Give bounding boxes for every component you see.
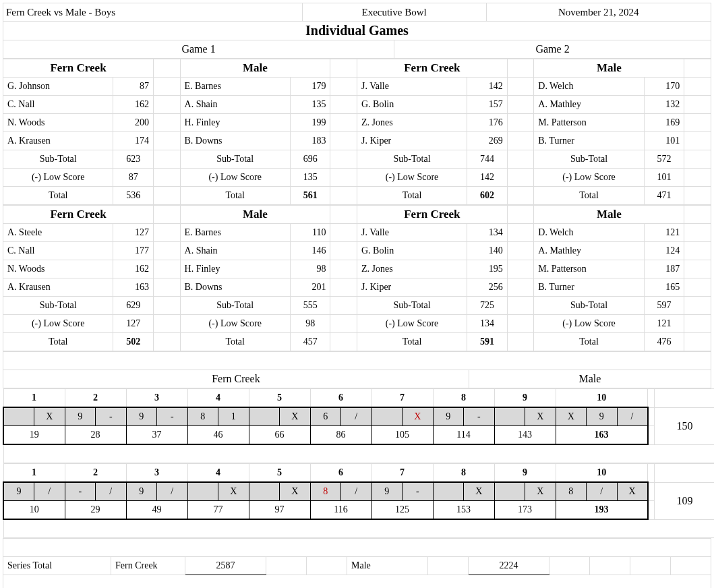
frame-num: 4	[187, 464, 249, 483]
player-score: 162	[113, 260, 154, 278]
lowscore-val: 98	[290, 315, 330, 333]
subtotal-label: Sub-Total	[3, 297, 113, 315]
frame-num: 3	[126, 389, 187, 408]
cum-score: 173	[494, 501, 556, 520]
player-name: C. Nall	[3, 242, 113, 260]
player-score: 121	[644, 224, 684, 242]
ball-cell: -	[65, 482, 96, 501]
player-row: C. Nall177A. Shain146G. Bolin140A. Mathl…	[3, 242, 711, 260]
series-total-row: Series Total Fern Creek 2587 Male 2224	[3, 557, 711, 575]
section-title: Individual Games	[3, 22, 711, 40]
scoresheet: Fern Creek vs Male - Boys Executive Bowl…	[3, 3, 711, 59]
frame-num: 6	[310, 464, 371, 483]
team-header: Fern Creek	[357, 59, 507, 78]
frame-num: 8	[433, 389, 494, 408]
player-score: 162	[113, 96, 154, 114]
cum-score: 10	[3, 501, 65, 520]
player-name: B. Turner	[534, 132, 645, 150]
cum-score: 125	[371, 501, 433, 520]
cum-score: 114	[433, 426, 494, 445]
player-name: A. Mathley	[534, 96, 645, 114]
total-label: Total	[180, 333, 290, 351]
team-header: Fern Creek	[357, 206, 507, 224]
player-name: A. Steele	[3, 224, 113, 242]
player-score: 101	[644, 132, 684, 150]
date: November 21, 2024	[486, 3, 711, 22]
cum-score: 66	[249, 426, 310, 445]
player-score: 165	[644, 278, 684, 297]
subtotal-val: 744	[467, 150, 508, 169]
lowscore-label: (-) Low Score	[357, 169, 467, 187]
ball-cell: 8	[310, 482, 341, 501]
player-row: A. Krausen174B. Downs183J. Kiper269B. Tu…	[3, 132, 711, 150]
block-0: Fern CreekMaleFern CreekMaleG. Johnson87…	[3, 59, 711, 205]
ball-cell: X	[34, 407, 65, 426]
ball-cell	[3, 407, 34, 426]
series-total-label: Series Total	[3, 557, 111, 575]
player-name: G. Johnson	[3, 78, 113, 96]
cum-score: 97	[249, 501, 310, 520]
venue: Executive Bowl	[302, 3, 486, 22]
lowscore-val: 135	[290, 169, 330, 187]
player-row: A. Steele127E. Barnes110J. Valle134D. We…	[3, 224, 711, 242]
frame-num: 10	[556, 389, 648, 408]
player-name: B. Downs	[180, 278, 290, 297]
frame-num: 5	[249, 389, 310, 408]
player-name: J. Valle	[357, 78, 467, 96]
total-val: 471	[644, 187, 684, 205]
ball-cell: /	[34, 482, 65, 501]
ball-cell: 9	[3, 482, 34, 501]
series-fc-val: 2587	[185, 557, 266, 575]
total-val: 457	[290, 333, 330, 351]
player-score: 163	[113, 278, 154, 297]
player-score: 87	[113, 78, 154, 96]
ball-cell: -	[464, 407, 495, 426]
cum-score: 28	[65, 426, 126, 445]
player-name: A. Shain	[180, 96, 290, 114]
player-name: J. Kiper	[357, 132, 467, 150]
header-row: Fern Creek vs Male - Boys Executive Bowl…	[3, 3, 711, 22]
lowscore-val: 121	[644, 315, 684, 333]
ball-cell: 9	[433, 407, 464, 426]
ball-cell: 9	[371, 482, 403, 501]
ball-cell: /	[341, 407, 372, 426]
cum-score: 29	[65, 501, 126, 520]
team-header: Male	[180, 59, 330, 78]
ball-cell: 9	[126, 407, 157, 426]
subtotal-label: Sub-Total	[3, 150, 113, 169]
player-score: 176	[467, 114, 508, 132]
frame-num: 4	[187, 389, 249, 408]
total-label: Total	[357, 333, 467, 351]
subtotal-val: 696	[290, 150, 330, 169]
player-score: 177	[113, 242, 154, 260]
player-score: 142	[467, 78, 508, 96]
subtotal-val: 629	[113, 297, 154, 315]
player-score: 134	[467, 224, 508, 242]
player-name: N. Woods	[3, 114, 113, 132]
player-name: M. Patterson	[534, 114, 645, 132]
player-score: 201	[290, 278, 330, 297]
player-score: 170	[644, 78, 684, 96]
player-name: Z. Jones	[357, 260, 467, 278]
lowscore-label: (-) Low Score	[534, 315, 645, 333]
subtotal-label: Sub-Total	[357, 297, 467, 315]
ball-cell: /	[157, 482, 188, 501]
ball-cell	[494, 407, 525, 426]
frame-num: 1	[3, 389, 65, 408]
baker-line-1: 123456789109/-/9/XX8/9-XX8/X109102949779…	[3, 463, 714, 538]
player-name: H. Finley	[180, 114, 290, 132]
total-val: 502	[113, 333, 154, 351]
ball-cell: X	[218, 482, 249, 501]
player-name: H. Finley	[180, 260, 290, 278]
total-label: Total	[534, 333, 645, 351]
player-score: 140	[467, 242, 508, 260]
series-m-team: Male	[347, 557, 428, 575]
series-m-val: 2224	[469, 557, 549, 575]
ball-cell: /	[341, 482, 372, 501]
player-score: 199	[290, 114, 330, 132]
ball-cell: -	[96, 407, 127, 426]
team-header: Male	[534, 59, 684, 78]
player-score: 179	[290, 78, 330, 96]
match-title: Fern Creek vs Male - Boys	[3, 3, 303, 22]
frame-num: 5	[249, 464, 310, 483]
